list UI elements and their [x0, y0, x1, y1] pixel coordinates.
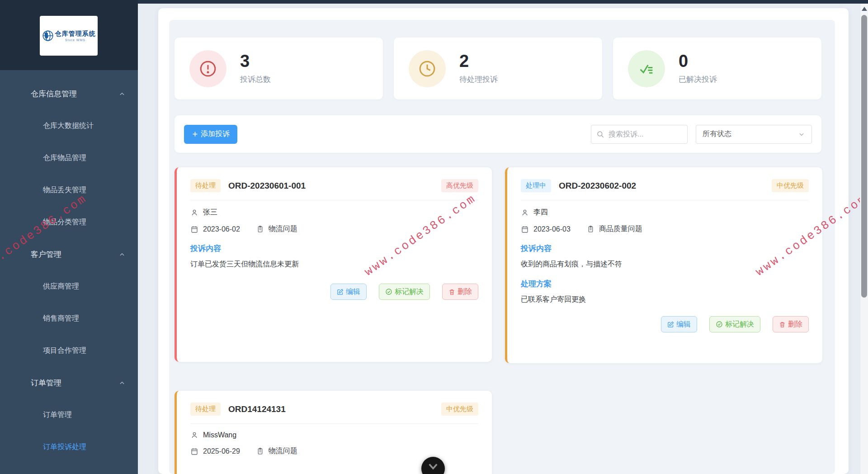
trash-icon	[779, 321, 786, 328]
sidebar-item-order-mgmt[interactable]: 订单管理	[0, 367, 138, 399]
status-filter-value: 所有状态	[703, 129, 731, 139]
status-badge: 待处理	[190, 403, 221, 416]
stat-card-total: 3 投诉总数	[175, 38, 383, 100]
edit-label: 编辑	[676, 320, 691, 329]
sidebar-item-label: 物品分类管理	[43, 218, 86, 227]
status-filter-select[interactable]: 所有状态	[696, 125, 812, 144]
delete-label: 删除	[788, 320, 802, 329]
sidebar-item-warehouse-info[interactable]: 仓库信息管理	[0, 78, 138, 110]
sidebar-item-seller[interactable]: 销售商管理	[0, 303, 138, 335]
logo-title: 仓库管理系统	[55, 30, 96, 38]
solution-section-title: 处理方案	[521, 279, 809, 289]
content-section-title: 投诉内容	[521, 243, 809, 254]
complaint-category: 商品质量问题	[599, 224, 642, 234]
globe-icon	[42, 30, 54, 42]
sidebar-item-label: 项目合作管理	[43, 346, 86, 356]
complaint-card: 处理中 ORD-20230602-002 中优先级 李四 2023-06-03 …	[505, 167, 822, 363]
complaint-category: 物流问题	[269, 224, 297, 234]
clipboard-icon	[587, 225, 594, 233]
clock-icon	[409, 50, 446, 87]
sidebar-item-label: 供应商管理	[43, 282, 79, 291]
chevron-down-icon	[798, 131, 805, 138]
mark-resolved-button[interactable]: 标记解决	[379, 284, 430, 300]
sidebar-item-label: 仓库信息管理	[31, 89, 77, 99]
stat-total-label: 投诉总数	[240, 74, 271, 85]
search-input[interactable]	[591, 125, 688, 144]
sidebar-item-goods-lost[interactable]: 物品丢失管理	[0, 174, 138, 206]
complaint-card: 待处理 ORD-20230601-001 高优先级 张三 2023-06-02 …	[175, 167, 492, 362]
stats-row: 3 投诉总数 2 待处理投诉 0 已解决投诉	[175, 38, 821, 100]
check-list-icon	[628, 50, 665, 87]
app-logo[interactable]: 仓库管理系统 Store WMS	[40, 16, 98, 56]
complaint-category: 物流问题	[269, 446, 297, 456]
stat-resolved-label: 已解决投诉	[679, 74, 717, 85]
edit-icon	[337, 289, 344, 295]
stat-pending-value: 2	[459, 52, 498, 71]
sidebar-item-label: 仓库物品管理	[43, 153, 86, 163]
calendar-icon	[190, 447, 198, 455]
scrollbar-thumb[interactable]	[861, 15, 867, 298]
sidebar-item-order-complaint[interactable]: 订单投诉处理	[0, 431, 138, 463]
delete-label: 删除	[458, 287, 472, 297]
sidebar-item-supplier[interactable]: 供应商管理	[0, 270, 138, 303]
customer-name: 李四	[533, 208, 548, 217]
sidebar-item-label: 订单投诉处理	[43, 442, 86, 452]
person-icon	[190, 209, 198, 217]
mark-resolved-label: 标记解决	[725, 320, 754, 329]
sidebar-item-goods-category[interactable]: 物品分类管理	[0, 206, 138, 238]
sidebar-item-label: 销售商管理	[43, 314, 79, 323]
scroll-up-arrow-icon[interactable]	[862, 7, 867, 11]
sidebar-item-warehouse-bigdata[interactable]: 仓库大数据统计	[0, 110, 138, 142]
delete-button[interactable]: 删除	[773, 316, 809, 332]
sidebar-item-label: 客户管理	[31, 249, 61, 260]
delete-button[interactable]: 删除	[442, 284, 478, 300]
sidebar-item-customer-mgmt[interactable]: 客户管理	[0, 238, 138, 270]
sidebar-menu: 仓库信息管理 仓库大数据统计 仓库物品管理 物品丢失管理 物品分类管理 客户管理	[0, 78, 138, 463]
chevron-down-icon	[428, 463, 438, 470]
scrollbar[interactable]	[860, 4, 868, 474]
logo-subtitle: Store WMS	[65, 38, 85, 42]
status-badge: 处理中	[521, 179, 551, 192]
plus-icon	[192, 131, 198, 137]
complaint-date: 2023-06-02	[203, 225, 240, 233]
add-complaint-label: 添加投诉	[201, 129, 230, 139]
customer-name: 张三	[203, 208, 217, 217]
edit-button[interactable]: 编辑	[330, 284, 367, 300]
sidebar-header: 仓库管理系统 Store WMS	[0, 0, 138, 70]
edit-button[interactable]: 编辑	[661, 316, 697, 332]
complaint-card: 待处理 ORD14124131 中优先级 MissWang 2025-06-29…	[175, 391, 492, 474]
clipboard-icon	[256, 225, 264, 233]
sidebar-item-order-list[interactable]: 订单管理	[0, 399, 138, 431]
complaint-content: 订单已发货三天但物流信息未更新	[190, 260, 478, 269]
solution-content: 已联系客户寄回更换	[521, 295, 809, 304]
edit-label: 编辑	[346, 287, 360, 297]
priority-badge: 中优先级	[772, 179, 809, 192]
order-number: ORD-20230602-002	[559, 181, 636, 191]
chevron-up-icon	[119, 380, 125, 386]
complaint-date: 2023-06-03	[533, 225, 571, 233]
chevron-up-icon	[119, 91, 125, 97]
search-icon	[596, 130, 604, 138]
sidebar-item-project-coop[interactable]: 项目合作管理	[0, 335, 138, 367]
stat-card-resolved: 0 已解决投诉	[613, 38, 821, 100]
mark-resolved-button[interactable]: 标记解决	[709, 316, 760, 332]
priority-badge: 中优先级	[441, 403, 478, 416]
sidebar-item-warehouse-goods[interactable]: 仓库物品管理	[0, 142, 138, 174]
edit-icon	[667, 321, 674, 328]
divider	[190, 200, 478, 200]
complaint-date: 2025-06-29	[203, 447, 240, 455]
person-icon	[521, 209, 529, 217]
add-complaint-button[interactable]: 添加投诉	[184, 125, 237, 144]
sidebar-item-label: 订单管理	[31, 378, 61, 388]
content-section-title: 投诉内容	[190, 243, 478, 254]
calendar-icon	[190, 225, 198, 233]
order-number: ORD-20230601-001	[228, 181, 306, 191]
search-box	[591, 125, 688, 144]
customer-name: MissWang	[203, 431, 236, 439]
sidebar: 仓库管理系统 Store WMS 仓库信息管理 仓库大数据统计 仓库物品管理 物	[0, 0, 138, 474]
divider	[521, 200, 809, 200]
sidebar-item-label: 仓库大数据统计	[43, 121, 94, 131]
divider	[190, 423, 478, 424]
stat-total-value: 3	[240, 52, 271, 71]
trash-icon	[448, 289, 455, 295]
